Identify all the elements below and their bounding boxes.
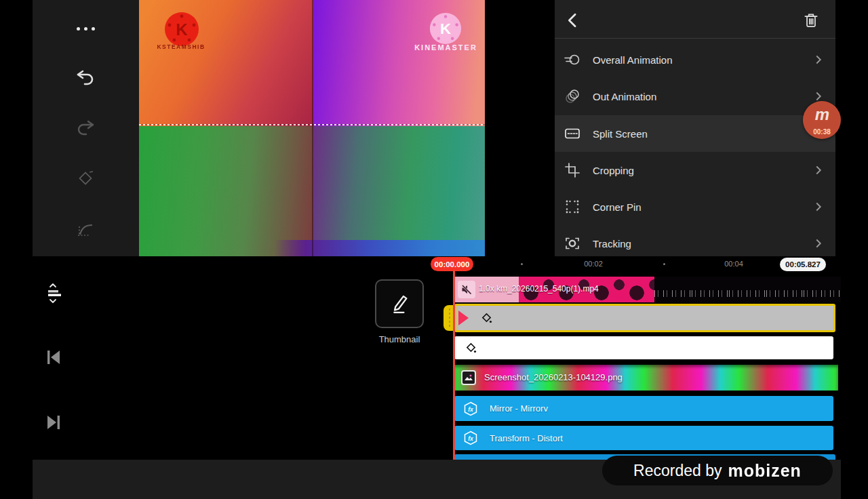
video-clip-label: 1.0x km_20260215_540p(1).mp4 bbox=[479, 284, 599, 294]
chevron-right-icon bbox=[811, 199, 826, 214]
delete-layer-button[interactable] bbox=[800, 9, 822, 31]
more-options-button[interactable] bbox=[72, 15, 99, 42]
recording-time: 00:38 bbox=[803, 128, 841, 136]
thumbnail-button-label: Thumbnail bbox=[367, 334, 432, 344]
keyframe-button[interactable] bbox=[72, 164, 99, 191]
panel-header bbox=[555, 0, 835, 39]
video-thumbnails-dark bbox=[654, 277, 841, 302]
image-icon bbox=[461, 370, 476, 385]
paint-bucket-icon bbox=[465, 342, 477, 354]
video-preview[interactable]: K KSTEAMSHIB K KINEMASTER bbox=[139, 0, 485, 258]
back-chevron-icon bbox=[563, 10, 583, 31]
ruler-tick-label: 00:04 bbox=[717, 260, 751, 268]
svg-text:fx: fx bbox=[468, 405, 474, 412]
skip-to-start-icon bbox=[44, 348, 63, 367]
ruler-tick-label: 00:02 bbox=[576, 260, 610, 268]
undo-icon bbox=[74, 66, 97, 89]
chevron-right-icon bbox=[811, 236, 826, 251]
expand-timeline-button[interactable] bbox=[41, 281, 65, 305]
mobizen-watermark: Recorded by mobizen bbox=[602, 456, 833, 485]
option-corner-pin[interactable]: Corner Pin bbox=[555, 188, 835, 225]
kinemaster-editor-screen: K KSTEAMSHIB K KINEMASTER bbox=[0, 0, 868, 499]
effect-label: Mirror - Mirrorv bbox=[490, 403, 548, 414]
trash-icon bbox=[802, 12, 820, 29]
animation-curve-button[interactable] bbox=[72, 216, 99, 243]
preview-bottom-gradient bbox=[275, 240, 485, 258]
pencil-icon bbox=[387, 292, 412, 316]
jump-to-end-button[interactable] bbox=[42, 411, 65, 434]
preview-quadrant-bottom-right bbox=[313, 126, 485, 258]
keyframe-diamond-icon bbox=[75, 167, 96, 188]
left-brand-text: KSTEAMSHIB bbox=[147, 43, 215, 50]
duration-badge: 00:05.827 bbox=[780, 258, 826, 271]
left-toolbar bbox=[33, 0, 139, 256]
kinemaster-logo-pink-icon: K bbox=[429, 12, 462, 45]
ruler-tick-dot bbox=[521, 263, 523, 265]
jump-to-start-button[interactable] bbox=[42, 346, 65, 369]
back-button[interactable] bbox=[561, 9, 585, 31]
preview-split-line bbox=[312, 0, 313, 258]
selection-marching-ants bbox=[139, 124, 485, 125]
curve-graph-icon bbox=[75, 218, 96, 240]
right-brand-text: KINEMASTER bbox=[407, 43, 485, 52]
paint-bucket-icon bbox=[481, 312, 493, 324]
chevron-right-icon bbox=[811, 163, 826, 178]
thumbnail-button[interactable] bbox=[375, 279, 424, 328]
video-clip-track[interactable]: 1.0x km_20260215_540p(1).mp4 bbox=[454, 277, 841, 302]
option-split-screen[interactable]: Split Screen bbox=[555, 115, 835, 152]
preview-quadrant-bottom-left bbox=[139, 126, 313, 258]
effect-label: Transform - Distort bbox=[490, 433, 563, 443]
chevron-right-icon bbox=[811, 52, 826, 67]
watermark-text: Recorded by bbox=[633, 462, 722, 480]
tracking-icon bbox=[563, 235, 582, 252]
effect-track-transform[interactable]: fx Transform - Distort bbox=[454, 426, 833, 450]
kinemaster-logo-red-icon: K bbox=[164, 12, 199, 47]
fx-hexagon-icon: fx bbox=[462, 430, 479, 446]
undo-button[interactable] bbox=[72, 64, 99, 91]
mobizen-m-icon: m bbox=[803, 105, 841, 124]
mobizen-recorder-widget[interactable]: m 00:38 bbox=[803, 101, 841, 139]
right-letterbox bbox=[841, 0, 868, 499]
option-cropping[interactable]: Cropping bbox=[555, 152, 835, 188]
playhead-time-badge: 00:00.000 bbox=[431, 257, 473, 271]
more-options-icon bbox=[77, 27, 95, 31]
cropping-icon bbox=[563, 161, 582, 179]
corner-pin-icon bbox=[563, 198, 582, 216]
option-out-animation[interactable]: Out Animation bbox=[555, 78, 835, 115]
muted-audio-icon bbox=[458, 281, 475, 298]
playhead-line[interactable] bbox=[453, 271, 455, 460]
split-screen-icon bbox=[563, 125, 582, 142]
in-animation-marker bbox=[458, 311, 469, 325]
layer-options-panel: Overall Animation Out Animation Split Sc… bbox=[555, 0, 835, 256]
timeline-ruler[interactable]: 00:00.000 00:02 00:04 00:05.827 bbox=[0, 256, 868, 274]
overall-animation-icon bbox=[563, 51, 582, 68]
selected-layer-track[interactable] bbox=[454, 304, 835, 332]
expand-tracks-icon bbox=[42, 282, 64, 304]
redo-button[interactable] bbox=[72, 114, 99, 141]
mobizen-logo: mobizen bbox=[728, 460, 802, 481]
svg-text:K: K bbox=[176, 20, 188, 39]
fx-hexagon-icon: fx bbox=[462, 401, 479, 417]
image-clip-label: Screenshot_20260213-104129.png bbox=[484, 372, 623, 382]
effect-track-mirror[interactable]: fx Mirror - Mirrorv bbox=[454, 396, 833, 421]
layer-track[interactable] bbox=[454, 336, 833, 359]
ruler-tick-dot bbox=[663, 263, 665, 265]
redo-icon bbox=[74, 116, 97, 139]
out-animation-icon bbox=[563, 87, 582, 105]
svg-text:K: K bbox=[440, 20, 451, 37]
option-overall-animation[interactable]: Overall Animation bbox=[555, 41, 835, 78]
svg-text:fx: fx bbox=[468, 435, 474, 442]
image-clip-track[interactable]: Screenshot_20260213-104129.png bbox=[454, 365, 838, 391]
skip-to-end-icon bbox=[44, 413, 63, 432]
